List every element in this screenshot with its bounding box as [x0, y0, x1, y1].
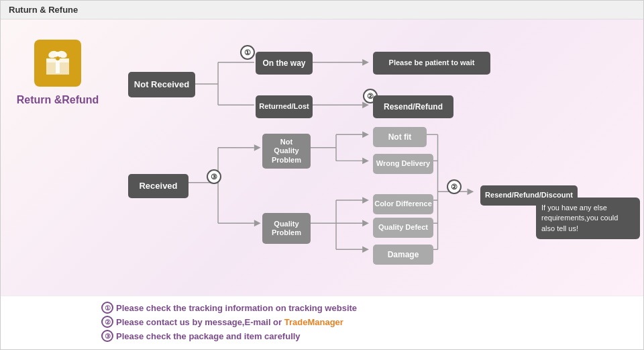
app-window: Ruturn & Refune — [0, 0, 644, 350]
node-returned-lost: Returned/Lost — [256, 95, 313, 118]
svg-marker-23 — [362, 131, 369, 138]
svg-marker-25 — [362, 158, 369, 165]
svg-marker-19 — [254, 220, 261, 226]
node-wrong-delivery: Wrong Delivery — [373, 154, 433, 174]
title-bar: Ruturn & Refune — [1, 1, 643, 19]
node-on-the-way: On the way — [256, 52, 313, 75]
tooltip-bubble: If you have any else requirements,you co… — [536, 198, 640, 239]
badge-1: ① — [240, 45, 255, 60]
svg-rect-2 — [46, 62, 69, 75]
node-color-difference: Color Difference — [373, 194, 433, 214]
node-quality-problem: Quality Problem — [262, 213, 311, 244]
badge-3: ③ — [207, 169, 221, 184]
gift-icon — [34, 40, 81, 87]
note-highlight-2: TradeManager — [284, 317, 343, 327]
left-panel: Return &Refund — [14, 26, 101, 289]
badge-2b: ② — [447, 179, 462, 194]
svg-marker-41 — [468, 188, 474, 195]
window-title: Ruturn & Refune — [9, 5, 78, 15]
svg-marker-17 — [254, 144, 261, 151]
node-please-be-patient: Please be patient to wait — [373, 52, 490, 75]
notes-section: ① Please check the tracking information … — [1, 296, 643, 349]
node-received: Received — [128, 174, 189, 198]
diagram-svg — [101, 26, 630, 289]
note-item-2: ② Please contact us by message,E-mail or… — [101, 316, 630, 328]
note-text-3: Please check the package and item carefu… — [116, 331, 301, 341]
svg-point-5 — [56, 56, 60, 60]
node-resend-refund: Resend/Refund — [373, 95, 453, 118]
svg-marker-29 — [362, 197, 369, 204]
note-circle-3: ③ — [101, 330, 113, 342]
node-not-quality-problem: Not Quality Problem — [262, 134, 311, 169]
diagram-area: ① ② ② ③ Not Received On the way Please b… — [101, 26, 630, 289]
node-damage: Damage — [373, 245, 433, 265]
note-text-1: Please check the tracking information on… — [116, 303, 357, 313]
note-circle-2: ② — [101, 316, 113, 328]
brand-title: Return &Refund — [17, 93, 99, 107]
node-quality-defect: Quality Defect — [373, 218, 433, 238]
node-not-received: Not Received — [128, 72, 195, 97]
main-content: Return &Refund — [1, 19, 643, 296]
svg-marker-11 — [362, 59, 369, 66]
svg-marker-31 — [362, 220, 369, 226]
note-text-2: Please contact us by message,E-mail or T… — [116, 317, 343, 327]
node-not-fit: Not fit — [373, 127, 427, 147]
note-item-3: ③ Please check the package and item care… — [101, 330, 630, 342]
note-circle-1: ① — [101, 302, 113, 314]
note-item-1: ① Please check the tracking information … — [101, 302, 630, 314]
svg-marker-33 — [362, 246, 369, 253]
